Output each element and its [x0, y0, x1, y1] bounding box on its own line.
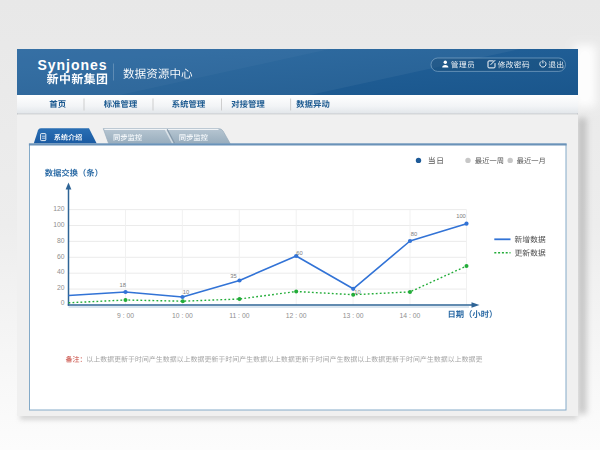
svg-text:100: 100	[53, 221, 65, 228]
svg-text:60: 60	[296, 250, 302, 256]
svg-text:14 : 00: 14 : 00	[400, 312, 421, 319]
svg-text:100: 100	[456, 213, 466, 219]
svg-text:11 : 00: 11 : 00	[229, 312, 250, 319]
svg-text:80: 80	[411, 231, 417, 237]
svg-text:80: 80	[57, 237, 65, 244]
svg-text:0: 0	[61, 299, 65, 306]
svg-text:35: 35	[230, 273, 236, 279]
svg-text:60: 60	[57, 253, 65, 260]
svg-text:12 : 00: 12 : 00	[286, 312, 307, 319]
svg-text:9 : 00: 9 : 00	[117, 312, 134, 319]
svg-text:18: 18	[120, 282, 126, 288]
svg-text:20: 20	[57, 284, 65, 291]
svg-text:10 : 00: 10 : 00	[172, 312, 193, 319]
svg-text:Synjones: Synjones	[37, 57, 107, 73]
svg-text:10: 10	[354, 289, 360, 295]
svg-text:10: 10	[183, 289, 189, 295]
svg-text:13 : 00: 13 : 00	[343, 312, 364, 319]
svg-text:40: 40	[57, 268, 65, 275]
svg-text:120: 120	[53, 205, 65, 212]
